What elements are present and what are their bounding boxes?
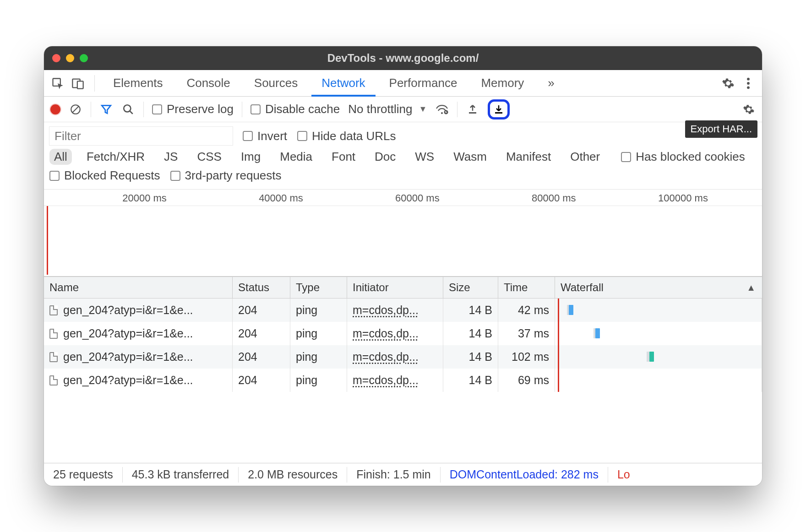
kebab-menu-icon[interactable] bbox=[740, 75, 757, 92]
blocked-requests-label: Blocked Requests bbox=[64, 168, 160, 183]
network-toolbar: Preserve log Disable cache No throttling… bbox=[44, 97, 762, 122]
filter-type-all[interactable]: All bbox=[49, 149, 72, 165]
filter-type-ws[interactable]: WS bbox=[410, 149, 439, 165]
invert-checkbox[interactable]: Invert bbox=[243, 129, 287, 143]
cell-size: 14 B bbox=[443, 299, 498, 322]
separator bbox=[143, 102, 144, 117]
filter-type-img[interactable]: Img bbox=[236, 149, 265, 165]
export-har-icon[interactable] bbox=[492, 103, 506, 116]
waterfall-bar bbox=[595, 328, 600, 338]
tab-sources[interactable]: Sources bbox=[244, 70, 308, 97]
tab-console[interactable]: Console bbox=[176, 70, 240, 97]
table-header-row: Name Status Type Initiator Size Time Wat… bbox=[44, 277, 762, 299]
filter-funnel-icon[interactable] bbox=[99, 103, 113, 116]
table-row[interactable]: gen_204?atyp=i&r=1&e...204pingm=cdos,dp.… bbox=[44, 299, 762, 322]
col-waterfall[interactable]: Waterfall▲ bbox=[555, 277, 762, 298]
svg-point-5 bbox=[747, 86, 750, 89]
record-button[interactable] bbox=[50, 104, 60, 114]
throttling-select[interactable]: No throttling ▼ bbox=[348, 102, 427, 116]
disable-cache-checkbox[interactable]: Disable cache bbox=[251, 102, 340, 116]
hide-data-urls-checkbox[interactable]: Hide data URLs bbox=[297, 129, 396, 143]
third-party-checkbox[interactable]: 3rd-party requests bbox=[170, 168, 282, 183]
cell-initiator[interactable]: m=cdos,dp... bbox=[347, 299, 443, 322]
cell-size: 14 B bbox=[443, 322, 498, 345]
stat-domcontentloaded: DOMContentLoaded: 282 ms bbox=[441, 467, 608, 483]
filter-type-other[interactable]: Other bbox=[566, 149, 604, 165]
chevron-down-icon: ▼ bbox=[419, 104, 427, 114]
file-icon bbox=[49, 375, 58, 385]
timeline-tick: 60000 ms bbox=[395, 192, 440, 204]
filter-type-js[interactable]: JS bbox=[159, 149, 182, 165]
has-blocked-cookies-checkbox[interactable]: Has blocked cookies bbox=[621, 150, 745, 164]
timeline-tick: 40000 ms bbox=[259, 192, 303, 204]
tab-network[interactable]: Network bbox=[311, 70, 375, 97]
col-initiator[interactable]: Initiator bbox=[347, 277, 443, 298]
cell-initiator[interactable]: m=cdos,dp... bbox=[347, 322, 443, 345]
stat-requests: 25 requests bbox=[53, 467, 123, 483]
tab-elements[interactable]: Elements bbox=[103, 70, 173, 97]
disable-cache-label: Disable cache bbox=[265, 102, 340, 116]
cell-type: ping bbox=[290, 369, 347, 392]
col-status[interactable]: Status bbox=[233, 277, 290, 298]
cell-name: gen_204?atyp=i&r=1&e... bbox=[44, 322, 233, 345]
clear-icon[interactable] bbox=[69, 103, 82, 116]
filter-type-doc[interactable]: Doc bbox=[370, 149, 400, 165]
settings-gear-icon[interactable] bbox=[720, 75, 736, 92]
cell-initiator[interactable]: m=cdos,dp... bbox=[347, 345, 443, 369]
filter-type-manifest[interactable]: Manifest bbox=[501, 149, 555, 165]
filter-type-css[interactable]: CSS bbox=[192, 149, 226, 165]
timeline-tick: 100000 ms bbox=[658, 192, 708, 204]
zoom-window-button[interactable] bbox=[80, 54, 88, 62]
import-har-icon[interactable] bbox=[466, 103, 479, 116]
devtools-window: DevTools - www.google.com/ ElementsConso… bbox=[44, 46, 762, 486]
filter-type-media[interactable]: Media bbox=[275, 149, 317, 165]
titlebar: DevTools - www.google.com/ bbox=[44, 46, 762, 70]
separator bbox=[242, 102, 242, 117]
network-conditions-icon[interactable] bbox=[435, 103, 449, 116]
traffic-lights bbox=[52, 54, 88, 62]
filter-bar: Filter Invert Hide data URLs AllFetch/XH… bbox=[44, 122, 762, 190]
col-time[interactable]: Time bbox=[498, 277, 555, 298]
search-icon[interactable] bbox=[121, 103, 135, 116]
network-settings-gear-icon[interactable] bbox=[742, 103, 756, 116]
overview-timeline[interactable]: 20000 ms40000 ms60000 ms80000 ms100000 m… bbox=[44, 190, 762, 277]
cell-initiator[interactable]: m=cdos,dp... bbox=[347, 369, 443, 392]
timeline-load-marker bbox=[47, 206, 48, 275]
tab-memory[interactable]: Memory bbox=[471, 70, 534, 97]
waterfall-load-marker bbox=[558, 322, 559, 345]
cell-status: 204 bbox=[233, 369, 290, 392]
table-row[interactable]: gen_204?atyp=i&r=1&e...204pingm=cdos,dp.… bbox=[44, 322, 762, 345]
stat-finish: Finish: 1.5 min bbox=[347, 467, 441, 483]
col-name[interactable]: Name bbox=[44, 277, 233, 298]
inspect-element-icon[interactable] bbox=[49, 75, 66, 92]
table-row[interactable]: gen_204?atyp=i&r=1&e...204pingm=cdos,dp.… bbox=[44, 345, 762, 369]
close-window-button[interactable] bbox=[52, 54, 60, 62]
timeline-tick: 20000 ms bbox=[122, 192, 167, 204]
tab-performance[interactable]: Performance bbox=[379, 70, 468, 97]
col-size[interactable]: Size bbox=[443, 277, 498, 298]
filter-type-font[interactable]: Font bbox=[327, 149, 360, 165]
overflow-tabs-button[interactable]: » bbox=[538, 70, 564, 97]
cell-type: ping bbox=[290, 322, 347, 345]
cell-status: 204 bbox=[233, 299, 290, 322]
filter-input[interactable]: Filter bbox=[49, 127, 233, 145]
cell-type: ping bbox=[290, 299, 347, 322]
hide-data-urls-label: Hide data URLs bbox=[312, 129, 396, 143]
export-har-tooltip: Export HAR... bbox=[685, 120, 757, 138]
svg-point-4 bbox=[747, 82, 750, 85]
preserve-log-label: Preserve log bbox=[167, 102, 234, 116]
blocked-requests-checkbox[interactable]: Blocked Requests bbox=[49, 168, 160, 183]
cell-status: 204 bbox=[233, 322, 290, 345]
table-row[interactable]: gen_204?atyp=i&r=1&e...204pingm=cdos,dp.… bbox=[44, 369, 762, 392]
col-type[interactable]: Type bbox=[290, 277, 347, 298]
preserve-log-checkbox[interactable]: Preserve log bbox=[152, 102, 234, 116]
separator bbox=[457, 102, 457, 117]
waterfall-bar bbox=[649, 352, 654, 362]
filter-type-wasm[interactable]: Wasm bbox=[449, 149, 491, 165]
device-toolbar-icon[interactable] bbox=[70, 75, 86, 92]
status-bar: 25 requests 45.3 kB transferred 2.0 MB r… bbox=[44, 463, 762, 486]
filter-type-fetch-xhr[interactable]: Fetch/XHR bbox=[82, 149, 149, 165]
minimize-window-button[interactable] bbox=[66, 54, 74, 62]
cell-time: 69 ms bbox=[498, 369, 555, 392]
separator bbox=[94, 75, 95, 92]
